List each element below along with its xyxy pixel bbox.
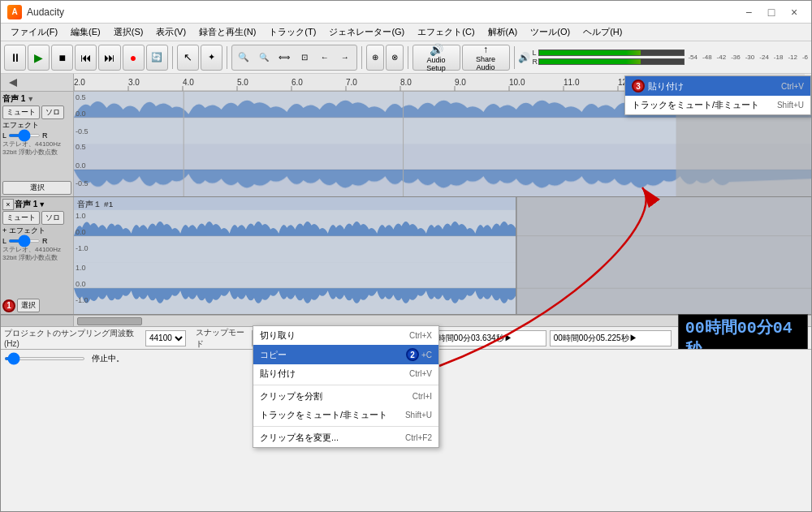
- fit-project-button[interactable]: ⊡: [295, 47, 314, 68]
- project-rate-select[interactable]: 44100: [145, 330, 186, 346]
- ctx-mute-item[interactable]: トラックをミュート/非ミュート Shift+U: [625, 96, 810, 114]
- svg-marker-0: [9, 79, 17, 87]
- audio-setup-button[interactable]: 🔊 Audio Setup: [412, 45, 460, 71]
- volume-icon: 🔊: [518, 52, 530, 63]
- menu-edit[interactable]: 編集(E): [64, 24, 107, 40]
- menu-effect[interactable]: エフェクト(C): [411, 24, 481, 40]
- ruler-corner: [1, 74, 74, 91]
- zoom-out-button[interactable]: 🔍: [254, 47, 274, 68]
- lr-meters: L R: [532, 49, 685, 66]
- record-button[interactable]: ●: [123, 45, 145, 71]
- toolbar-sep-2: [227, 46, 227, 69]
- track2: × 音声 1 ▼ ミュート ソロ + エフェクト L R ステレオ、441: [1, 197, 811, 315]
- vol-label-r: R: [42, 131, 48, 140]
- menu-help[interactable]: ヘルプ(H): [577, 24, 628, 40]
- track2-close-button[interactable]: ×: [2, 199, 14, 210]
- menu-select[interactable]: 選択(S): [107, 24, 150, 40]
- svg-text:0.0: 0.0: [76, 228, 86, 236]
- ctx2-split-label: クリップを分割: [260, 390, 322, 402]
- ctx2-copy-item[interactable]: コピー 2 +C: [253, 345, 438, 364]
- ctx2-paste-label: 貼り付け: [260, 368, 296, 380]
- menu-track[interactable]: トラック(T): [262, 24, 322, 40]
- hscrollbar-thumb[interactable]: [77, 317, 142, 325]
- svg-text:0.0: 0.0: [76, 161, 86, 170]
- time-input-2[interactable]: 00時間00分05.225秒▶: [550, 330, 672, 346]
- stop-button[interactable]: ■: [51, 45, 73, 71]
- toolbar-sep-3: [361, 46, 362, 69]
- envelope-tool-button[interactable]: ✦: [201, 45, 222, 71]
- menu-file[interactable]: ファイル(F): [4, 24, 64, 40]
- ctx2-paste-item[interactable]: 貼り付け Ctrl+V: [253, 364, 438, 383]
- track1-solo-button[interactable]: ソロ: [41, 105, 64, 119]
- ctx2-mute-shortcut: Shift+U: [405, 411, 432, 419]
- ctx-paste-shortcut: Ctrl+V: [781, 82, 804, 91]
- svg-rect-45: [74, 210, 516, 263]
- track2-pan-slider[interactable]: [8, 239, 41, 243]
- skip-start-button[interactable]: ⏮: [75, 45, 97, 71]
- step2-badge: 2: [406, 348, 419, 361]
- time-value-1: 00時間00分03.634秒▶: [429, 333, 512, 344]
- menu-generator[interactable]: ジェネレーター(G): [322, 24, 411, 40]
- ctx2-split-item[interactable]: クリップを分割 Ctrl+I: [253, 387, 438, 406]
- svg-text:5.0: 5.0: [237, 78, 248, 87]
- time-input-1[interactable]: 00時間00分03.634秒▶: [425, 330, 546, 346]
- svg-text:音声１ #1: 音声１ #1: [77, 200, 114, 209]
- snap-label: スナップモード: [196, 327, 249, 350]
- ctx2-copy-left: コピー: [260, 349, 287, 361]
- audio-setup-label: Audio Setup: [420, 56, 453, 72]
- svg-text:7.0: 7.0: [346, 78, 357, 87]
- track2-solo-button[interactable]: ソロ: [41, 211, 64, 225]
- track2-select-button[interactable]: 選択: [17, 299, 40, 312]
- close-button[interactable]: ×: [784, 4, 805, 20]
- svg-text:0.5: 0.5: [76, 144, 86, 152]
- skip-end-button[interactable]: ⏭: [98, 45, 120, 71]
- svg-text:-1.0: -1.0: [76, 296, 89, 304]
- fit-selection-button[interactable]: ⟺: [274, 47, 294, 68]
- menu-view[interactable]: 表示(V): [149, 24, 192, 40]
- track2-mute-button[interactable]: ミュート: [2, 211, 40, 225]
- maximize-button[interactable]: □: [761, 4, 782, 20]
- ctx2-rename-item[interactable]: クリップ名を変更... Ctrl+F2: [253, 428, 438, 447]
- titlebar-left: A Audacity: [7, 5, 64, 19]
- play-button[interactable]: ▶: [28, 45, 50, 71]
- zoom-in-button[interactable]: 🔍: [234, 47, 253, 68]
- pause-button[interactable]: ⏸: [4, 45, 26, 71]
- loop-button[interactable]: 🔄: [146, 45, 168, 71]
- track1-pan-slider[interactable]: [8, 134, 41, 137]
- svg-text:11.0: 11.0: [564, 78, 580, 87]
- toolbar-transport: ⏸ ▶ ■ ⏮ ⏭ ● 🔄 ↖ ✦ 🔍 🔍 ⟺ ⊡ ← → ⊕ ⊗ 🔊 Audi…: [1, 41, 811, 74]
- zoom-toggle2-button[interactable]: →: [335, 47, 355, 68]
- play-position-slider[interactable]: [4, 357, 85, 360]
- titlebar-controls: − □ ×: [738, 4, 805, 20]
- minimize-button[interactable]: −: [738, 4, 759, 20]
- menu-analyze[interactable]: 解析(A): [482, 24, 525, 40]
- ctx2-cut-item[interactable]: 切り取り Ctrl+X: [253, 326, 438, 345]
- svg-text:9.0: 9.0: [455, 78, 466, 87]
- trim-button[interactable]: ⊕: [366, 45, 384, 71]
- menu-record[interactable]: 録音と再生(N): [192, 24, 262, 40]
- svg-text:10.0: 10.0: [509, 78, 525, 87]
- meter-r-bar: [538, 58, 685, 65]
- ctx-paste-item[interactable]: 3 貼り付け Ctrl+V: [625, 76, 810, 96]
- ctx2-copy-right: 2 +C: [406, 348, 432, 361]
- status-text: 停止中。: [92, 353, 124, 364]
- ctx2-mute-item[interactable]: トラックをミュート/非ミュート Shift+U: [253, 406, 438, 424]
- share-audio-label: Share Audio: [469, 55, 503, 71]
- silence-button[interactable]: ⊗: [386, 45, 404, 71]
- toolbar-sep-5: [514, 46, 515, 69]
- track1-expand-icon[interactable]: ▼: [27, 95, 34, 103]
- select-tool-button[interactable]: ↖: [177, 45, 199, 71]
- step1-badge: 1: [2, 299, 15, 312]
- track1-info: ステレオ、44100Hz32bit 浮動小数点数: [2, 140, 71, 157]
- svg-text:-0.5: -0.5: [76, 179, 89, 187]
- zoom-toggle1-button[interactable]: ←: [315, 47, 335, 68]
- svg-text:2.0: 2.0: [74, 78, 85, 87]
- track1-select-button[interactable]: 選択: [2, 181, 71, 195]
- toolbar-sep-4: [408, 46, 408, 69]
- context-menu-top-right: 3 貼り付け Ctrl+V トラックをミュート/非ミュート Shift+U: [624, 75, 811, 115]
- time-value-2: 00時間00分05.225秒▶: [554, 333, 637, 344]
- menu-tools[interactable]: ツール(O): [524, 24, 577, 40]
- track1-mute-button[interactable]: ミュート: [2, 105, 40, 119]
- meter-scale: -54-48-42-36-30-24-18-12-6: [688, 54, 808, 61]
- share-audio-button[interactable]: ↑ Share Audio: [462, 45, 510, 71]
